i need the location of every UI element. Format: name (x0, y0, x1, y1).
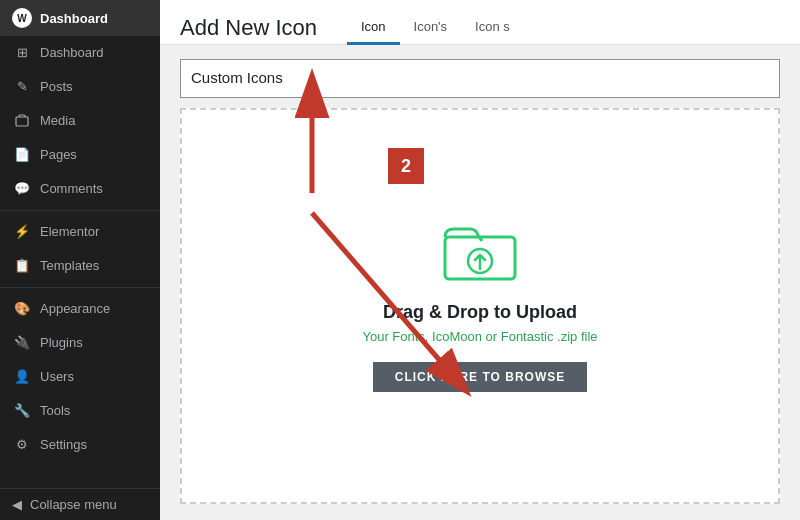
sidebar-item-label: Dashboard (40, 44, 148, 62)
sidebar-item-label: Users (40, 368, 148, 386)
page-title: Add New Icon (180, 14, 317, 43)
tabs-row: Icon Icon's Icon s (347, 12, 524, 44)
comments-icon: 💬 (12, 179, 32, 199)
upload-icon-wrap (440, 219, 520, 288)
appearance-icon: 🎨 (12, 299, 32, 319)
settings-icon: ⚙ (12, 435, 32, 455)
sidebar-item-users[interactable]: 👤 Users (0, 360, 160, 394)
sidebar: W Dashboard ⊞ Dashboard ✎ Posts Media 📄 … (0, 0, 160, 520)
sidebar-item-templates[interactable]: 📋 Templates (0, 249, 160, 283)
wordpress-logo-icon: W (12, 8, 32, 28)
sidebar-item-appearance[interactable]: 🎨 Appearance (0, 292, 160, 326)
upload-area-wrapper: Drag & Drop to Upload Your Fonts, IcoMoo… (160, 108, 800, 521)
sidebar-item-pages[interactable]: 📄 Pages (0, 138, 160, 172)
pages-icon: 📄 (12, 145, 32, 165)
collapse-menu-button[interactable]: ◀ Collapse menu (0, 488, 160, 520)
sidebar-dashboard-label: Dashboard (40, 11, 108, 26)
collapse-menu-label: Collapse menu (30, 497, 117, 512)
sidebar-item-label: Tools (40, 402, 148, 420)
media-icon (12, 111, 32, 131)
tools-icon: 🔧 (12, 401, 32, 421)
sidebar-item-label: Posts (40, 78, 148, 96)
folder-upload-icon (440, 219, 520, 284)
upload-dropzone[interactable]: Drag & Drop to Upload Your Fonts, IcoMoo… (180, 108, 780, 505)
tab-icons2[interactable]: Icon s (461, 13, 524, 45)
templates-icon: 📋 (12, 256, 32, 276)
drag-drop-subtitle: Your Fonts, IcoMoon or Fontastic .zip fi… (362, 329, 597, 344)
plugins-icon: 🔌 (12, 333, 32, 353)
sidebar-item-label: Plugins (40, 334, 148, 352)
sidebar-item-posts[interactable]: ✎ Posts (0, 70, 160, 104)
tab-icons[interactable]: Icon's (400, 13, 462, 45)
dashboard-icon: ⊞ (12, 43, 32, 63)
sidebar-item-comments[interactable]: 💬 Comments (0, 172, 160, 206)
sidebar-divider2 (0, 287, 160, 288)
sidebar-item-label: Pages (40, 146, 148, 164)
header-top-row: Add New Icon Icon Icon's Icon s (180, 12, 780, 44)
page-header: Add New Icon Icon Icon's Icon s (160, 0, 800, 45)
sidebar-item-settings[interactable]: ⚙ Settings (0, 428, 160, 462)
sidebar-item-plugins[interactable]: 🔌 Plugins (0, 326, 160, 360)
input-row (160, 45, 800, 108)
sidebar-item-label: Elementor (40, 223, 148, 241)
elementor-icon: ⚡ (12, 222, 32, 242)
tab-icon[interactable]: Icon (347, 13, 400, 45)
svg-rect-0 (16, 117, 28, 126)
browse-button[interactable]: CLICK HERE TO BROWSE (373, 362, 587, 392)
sidebar-item-label: Appearance (40, 300, 148, 318)
sidebar-item-label: Settings (40, 436, 148, 454)
sidebar-item-media[interactable]: Media (0, 104, 160, 138)
icon-name-input[interactable] (180, 59, 780, 98)
main-content: Add New Icon Icon Icon's Icon s (160, 0, 800, 520)
collapse-icon: ◀ (12, 497, 22, 512)
sidebar-item-elementor[interactable]: ⚡ Elementor (0, 215, 160, 249)
sidebar-item-label: Comments (40, 180, 148, 198)
sidebar-item-dashboard[interactable]: ⊞ Dashboard (0, 36, 160, 70)
sidebar-item-label: Media (40, 112, 148, 130)
sidebar-item-tools[interactable]: 🔧 Tools (0, 394, 160, 428)
sidebar-logo[interactable]: W Dashboard (0, 0, 160, 36)
posts-icon: ✎ (12, 77, 32, 97)
users-icon: 👤 (12, 367, 32, 387)
drag-drop-title: Drag & Drop to Upload (383, 302, 577, 323)
sidebar-divider (0, 210, 160, 211)
sidebar-item-label: Templates (40, 257, 148, 275)
